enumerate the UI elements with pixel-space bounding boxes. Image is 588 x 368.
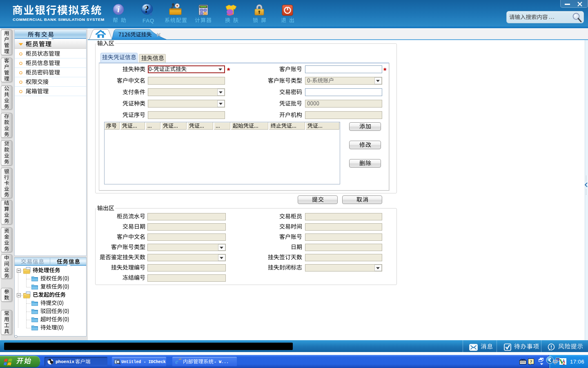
svg-text:2: 2 xyxy=(563,361,566,366)
svg-text:i: i xyxy=(117,5,120,14)
svg-text:e: e xyxy=(175,358,178,365)
svg-text:?: ? xyxy=(530,359,532,364)
